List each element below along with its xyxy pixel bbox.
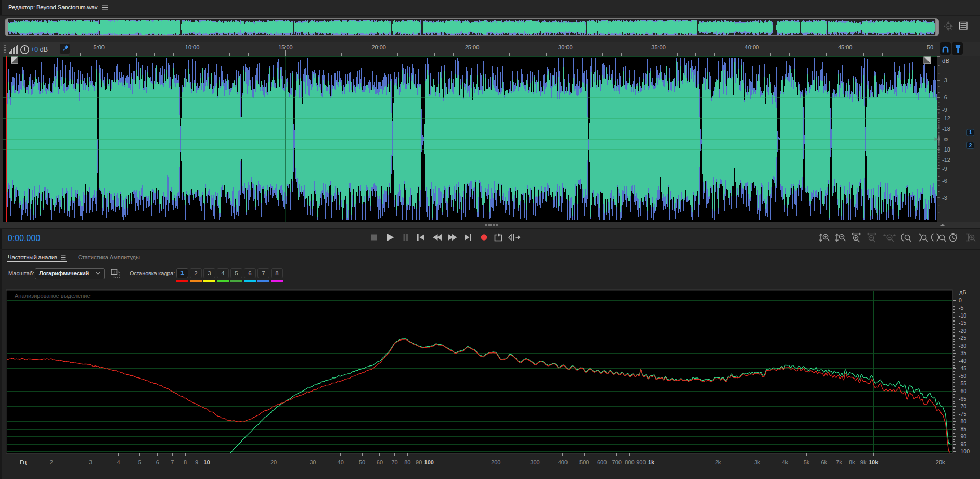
svg-text:5: 5: [138, 459, 141, 465]
svg-text:80: 80: [404, 459, 410, 465]
svg-text:90: 90: [416, 459, 422, 465]
svg-text:60: 60: [377, 459, 383, 465]
svg-text:-10: -10: [959, 312, 966, 319]
svg-text:-6: -6: [942, 178, 947, 184]
svg-text:20k: 20k: [936, 459, 945, 465]
svg-text:1: 1: [969, 130, 972, 135]
svg-text:-9: -9: [942, 166, 947, 172]
svg-text:400: 400: [558, 459, 568, 465]
svg-text:-80: -80: [959, 418, 966, 424]
svg-text:2: 2: [50, 459, 53, 465]
svg-text:-∞: -∞: [942, 136, 948, 142]
svg-text:15:00: 15:00: [278, 44, 293, 51]
svg-text:Анализированое выделение: Анализированое выделение: [15, 293, 91, 299]
svg-text:6k: 6k: [821, 459, 827, 465]
svg-text:8: 8: [184, 459, 187, 465]
svg-text:30:00: 30:00: [558, 44, 573, 51]
svg-text:9: 9: [195, 459, 198, 465]
svg-text:-45: -45: [959, 365, 966, 371]
svg-text:-15: -15: [959, 320, 966, 326]
svg-text:2: 2: [969, 143, 972, 148]
svg-text:600: 600: [597, 459, 607, 465]
svg-text:700: 700: [612, 459, 622, 465]
svg-text:10k: 10k: [869, 459, 879, 465]
svg-text:-55: -55: [959, 380, 966, 386]
svg-text:-3: -3: [942, 195, 947, 201]
svg-text:-60: -60: [959, 388, 966, 394]
svg-text:10: 10: [203, 459, 210, 465]
svg-text:-40: -40: [959, 358, 966, 364]
svg-text:800: 800: [625, 459, 634, 465]
svg-text:45:00: 45:00: [838, 44, 853, 51]
svg-text:2k: 2k: [715, 459, 721, 465]
svg-text:-35: -35: [959, 350, 966, 356]
svg-text:25:00: 25:00: [465, 44, 480, 51]
svg-text:-12: -12: [942, 115, 950, 121]
svg-text:4k: 4k: [782, 459, 788, 465]
svg-text:10:00: 10:00: [185, 44, 200, 51]
svg-text:-6: -6: [942, 94, 947, 100]
svg-text:-50: -50: [959, 373, 966, 379]
svg-text:-95: -95: [959, 441, 966, 447]
svg-text:-65: -65: [959, 396, 966, 402]
svg-text:5k: 5k: [804, 459, 810, 465]
svg-text:-12: -12: [942, 157, 950, 163]
svg-text:-18: -18: [942, 125, 950, 132]
svg-text:40: 40: [338, 459, 344, 465]
svg-text:20:00: 20:00: [371, 44, 386, 51]
svg-text:30: 30: [310, 459, 316, 465]
svg-text:900: 900: [636, 459, 646, 465]
svg-text:-70: -70: [959, 403, 966, 409]
svg-text:dB: dB: [942, 58, 949, 64]
svg-text:-30: -30: [959, 343, 966, 349]
svg-text:7: 7: [171, 459, 174, 465]
svg-text:0: 0: [959, 297, 962, 304]
svg-text:-5: -5: [959, 305, 963, 311]
svg-text:200: 200: [491, 459, 500, 465]
svg-text:8k: 8k: [849, 459, 855, 465]
svg-text:-3: -3: [942, 77, 947, 83]
svg-text:-9: -9: [942, 107, 947, 113]
svg-text:-100: -100: [959, 448, 970, 455]
svg-text:3k: 3k: [754, 459, 760, 465]
svg-text:-25: -25: [959, 335, 966, 341]
svg-text:Гц: Гц: [20, 459, 27, 465]
svg-text:4: 4: [117, 459, 120, 465]
svg-text:7k: 7k: [836, 459, 842, 465]
svg-text:50: 50: [359, 459, 365, 465]
svg-text:-18: -18: [942, 146, 950, 153]
svg-text:-90: -90: [959, 433, 966, 439]
svg-text:6: 6: [156, 459, 159, 465]
svg-text:300: 300: [530, 459, 539, 465]
svg-text:дБ: дБ: [959, 289, 966, 295]
svg-text:-75: -75: [959, 411, 966, 417]
svg-text:9k: 9k: [860, 459, 867, 465]
svg-text:40:00: 40:00: [745, 44, 759, 51]
svg-text:50: 50: [927, 44, 933, 51]
svg-text:5:00: 5:00: [94, 44, 105, 51]
svg-text:100: 100: [424, 459, 434, 465]
svg-text:1k: 1k: [648, 459, 655, 465]
svg-text:20: 20: [270, 459, 277, 465]
svg-text:35:00: 35:00: [651, 44, 666, 51]
svg-text:3: 3: [89, 459, 92, 465]
svg-text:-85: -85: [959, 426, 966, 432]
svg-text:500: 500: [579, 459, 589, 465]
svg-text:-20: -20: [959, 327, 966, 334]
svg-text:70: 70: [391, 459, 397, 465]
